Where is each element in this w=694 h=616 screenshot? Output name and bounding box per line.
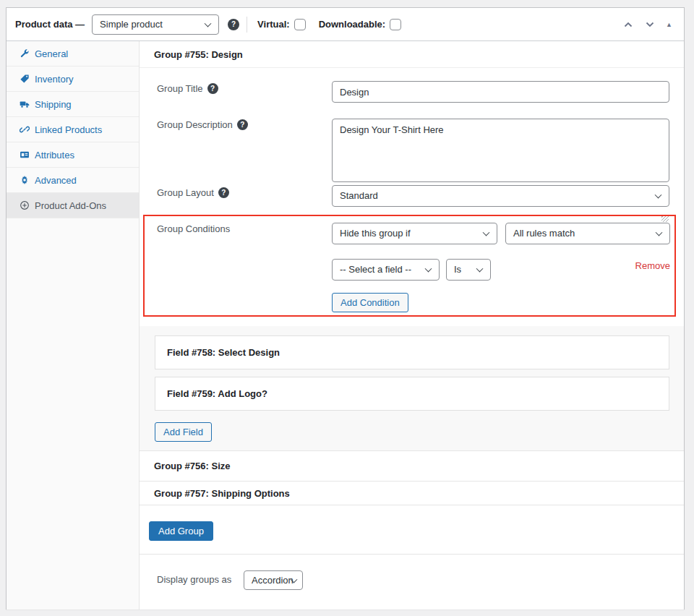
add-field-button[interactable]: Add Field — [155, 422, 212, 442]
condition-match-value: All rules match — [513, 228, 575, 239]
help-icon[interactable]: ? — [228, 19, 239, 30]
group-756-header[interactable]: Group #756: Size — [140, 450, 684, 481]
truck-icon — [20, 99, 30, 109]
tag-icon — [20, 74, 30, 84]
add-condition-button[interactable]: Add Condition — [332, 293, 408, 312]
help-icon[interactable]: ? — [237, 119, 248, 130]
field-759-header[interactable]: Field #759: Add Logo? — [155, 377, 669, 411]
sidebar-item-inventory[interactable]: Inventory — [7, 67, 139, 92]
metabox-body: General Inventory Shipping Linked Produc… — [7, 41, 684, 609]
virtual-label: Virtual: — [257, 19, 290, 30]
condition-action-value: Hide this group if — [340, 228, 411, 239]
downloadable-label: Downloadable: — [319, 19, 385, 30]
divider — [247, 17, 247, 33]
group-layout-label: Group Layout ? — [157, 187, 229, 198]
sidebar-item-attributes[interactable]: Attributes — [7, 142, 139, 168]
product-data-tabs: General Inventory Shipping Linked Produc… — [7, 41, 140, 609]
sidebar-item-label: Attributes — [35, 150, 74, 161]
sidebar-item-advanced[interactable]: Advanced — [7, 168, 139, 193]
gear-icon — [20, 175, 30, 185]
wrench-icon — [20, 48, 30, 59]
chevron-down-icon — [655, 192, 662, 199]
product-data-metabox: Product data — Simple product ? Virtual:… — [6, 7, 685, 609]
sidebar-item-shipping[interactable]: Shipping — [7, 92, 139, 117]
group-755-header[interactable]: Group #755: Design — [140, 41, 684, 68]
sidebar-item-label: Product Add-Ons — [35, 200, 106, 211]
group-fields-zone: Field #758: Select Design Field #759: Ad… — [140, 326, 684, 450]
condition-field-select[interactable]: -- Select a field -- — [332, 259, 440, 281]
sidebar-item-label: Inventory — [35, 74, 73, 85]
link-icon — [20, 124, 30, 134]
sidebar-item-label: Shipping — [35, 99, 72, 110]
group-title-label: Group Title ? — [157, 83, 218, 94]
help-icon[interactable]: ? — [218, 187, 229, 198]
virtual-checkbox[interactable] — [294, 19, 306, 30]
group-757-header[interactable]: Group #757: Shipping Options — [140, 481, 684, 505]
chevron-down-icon — [205, 20, 212, 27]
section-divider — [140, 554, 684, 555]
chevron-down-icon — [476, 265, 484, 273]
downloadable-checkbox[interactable] — [390, 19, 401, 30]
sidebar-item-general[interactable]: General — [7, 41, 139, 67]
product-addons-panel: Group #755: Design Group Title ? Group D… — [140, 41, 684, 609]
product-type-value: Simple product — [100, 19, 163, 30]
sidebar-item-linked-products[interactable]: Linked Products — [7, 117, 139, 142]
move-down-icon[interactable] — [644, 19, 656, 30]
add-group-button[interactable]: Add Group — [149, 521, 213, 541]
collapse-triangle-icon[interactable]: ▲ — [666, 21, 672, 28]
condition-operator-value: Is — [454, 264, 461, 275]
condition-operator-select[interactable]: Is — [446, 259, 491, 281]
metabox-controls: ▲ — [622, 19, 684, 30]
condition-match-select[interactable]: All rules match — [505, 223, 670, 244]
condition-action-select[interactable]: Hide this group if — [332, 223, 497, 244]
sidebar-item-label: Advanced — [35, 175, 77, 186]
group-conditions-label: Group Conditions — [157, 223, 230, 234]
group-layout-value: Standard — [340, 190, 378, 201]
sidebar-item-product-add-ons[interactable]: Product Add-Ons — [7, 193, 139, 218]
metabox-header: Product data — Simple product ? Virtual:… — [7, 8, 684, 41]
group-layout-select[interactable]: Standard — [332, 185, 669, 207]
attributes-card-icon — [20, 150, 30, 160]
display-groups-value: Accordion — [252, 575, 294, 586]
display-groups-select[interactable]: Accordion — [244, 570, 303, 590]
field-758-header[interactable]: Field #758: Select Design — [155, 335, 669, 369]
remove-condition-link[interactable]: Remove — [635, 260, 670, 271]
plus-circle-icon — [20, 200, 30, 210]
group-description-label: Group Description ? — [157, 119, 248, 130]
chevron-down-icon — [656, 229, 663, 236]
chevron-down-icon — [425, 265, 432, 273]
condition-field-value: -- Select a field -- — [340, 264, 411, 275]
move-up-icon[interactable] — [622, 19, 634, 30]
help-icon[interactable]: ? — [207, 83, 218, 94]
resize-grip-icon[interactable] — [661, 215, 669, 222]
group-title-input[interactable] — [332, 81, 669, 103]
metabox-title: Product data — — [15, 19, 85, 30]
group-description-textarea[interactable]: Design Your T-Shirt Here — [332, 119, 669, 182]
chevron-down-icon — [483, 229, 490, 236]
product-type-select[interactable]: Simple product — [92, 14, 219, 35]
display-groups-label: Display groups as — [157, 574, 231, 585]
sidebar-item-label: General — [35, 48, 68, 59]
sidebar-item-label: Linked Products — [35, 124, 102, 135]
